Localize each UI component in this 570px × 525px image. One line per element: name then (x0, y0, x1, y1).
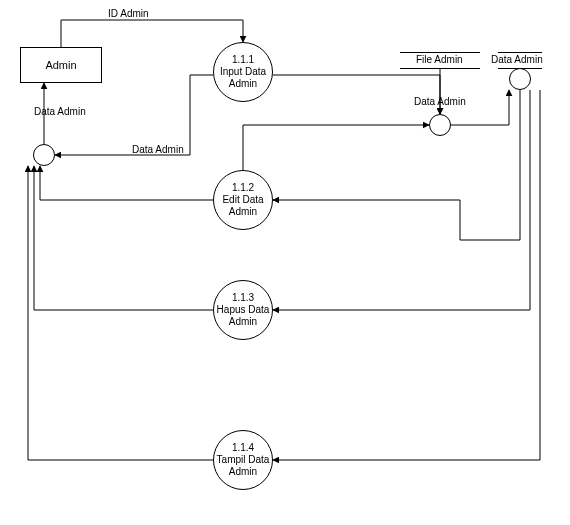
flow-data-admin-left: Data Admin (34, 106, 86, 117)
junction-bar-bottom (498, 68, 542, 69)
process-1-1-3: 1.1.3 Hapus Data Admin (213, 280, 273, 340)
process-id: 1.1.1 (232, 54, 254, 66)
process-name: Tampil Data Admin (217, 454, 270, 478)
datastore-file-admin-top (400, 52, 480, 53)
datastore-file-admin-label: File Admin (416, 54, 463, 65)
dfd-diagram: Admin 1.1.1 Input Data Admin 1.1.2 Edit … (0, 0, 570, 525)
process-1-1-1: 1.1.1 Input Data Admin (213, 42, 273, 102)
process-1-1-4: 1.1.4 Tampil Data Admin (213, 430, 273, 490)
flow-id-admin: ID Admin (108, 8, 149, 19)
junction-right (429, 114, 451, 136)
process-name: Hapus Data Admin (217, 304, 270, 328)
flow-data-admin-right: Data Admin (491, 54, 543, 65)
entity-admin: Admin (20, 47, 102, 83)
process-name: Input Data Admin (220, 66, 266, 90)
process-name: Edit Data Admin (222, 194, 263, 218)
junction-bar-top (498, 52, 542, 53)
junction-far-right (509, 68, 531, 90)
datastore-file-admin-bottom (400, 68, 480, 69)
process-id: 1.1.2 (232, 182, 254, 194)
flow-data-admin-ds: Data Admin (414, 96, 466, 107)
process-1-1-2: 1.1.2 Edit Data Admin (213, 170, 273, 230)
process-id: 1.1.4 (232, 442, 254, 454)
junction-left (33, 144, 55, 166)
process-id: 1.1.3 (232, 292, 254, 304)
flow-data-admin-center: Data Admin (132, 144, 184, 155)
